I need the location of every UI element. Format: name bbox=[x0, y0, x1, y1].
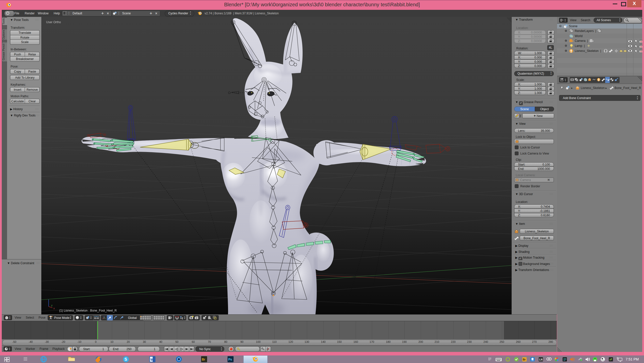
svg-text:y: y bbox=[51, 304, 53, 307]
svg-text:Br: Br bbox=[202, 358, 205, 361]
svg-text:W: W bbox=[150, 358, 154, 361]
svg-text:S: S bbox=[124, 357, 127, 361]
svg-text:LN: LN bbox=[539, 358, 542, 361]
svg-text:User Ortho: User Ortho bbox=[46, 20, 61, 24]
svg-text:Br: Br bbox=[523, 358, 526, 361]
svg-text:(1) Lioness_Skeleton : Bone_Fo: (1) Lioness_Skeleton : Bone_Foot_Heel_R bbox=[59, 309, 117, 312]
svg-text:x: x bbox=[53, 307, 55, 310]
svg-text:Live: Live bbox=[531, 360, 534, 361]
svg-text:e: e bbox=[42, 357, 44, 362]
svg-text:Ps: Ps bbox=[228, 358, 232, 361]
